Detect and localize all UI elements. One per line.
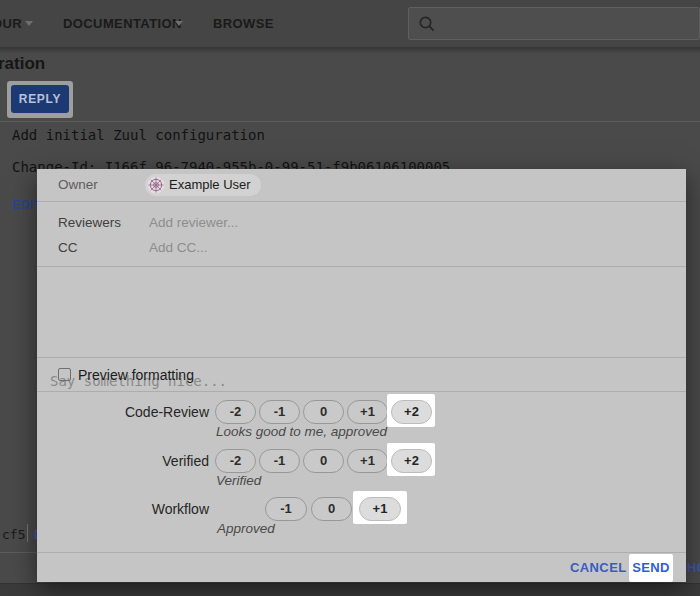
- workflow-minus1-button[interactable]: -1: [265, 497, 307, 521]
- chevron-down-icon: [175, 21, 183, 26]
- verified-plus2-button[interactable]: +2: [391, 449, 432, 473]
- score-description: Verified: [216, 473, 261, 488]
- owner-chip[interactable]: Example User: [145, 174, 261, 196]
- code-review-minus1-button[interactable]: -1: [259, 400, 300, 424]
- top-nav-bar: YOUR DOCUMENTATION BROWSE: [0, 0, 700, 47]
- chevron-down-icon: [25, 21, 33, 26]
- search-input[interactable]: [408, 7, 700, 40]
- preview-formatting-checkbox[interactable]: [58, 368, 71, 381]
- commit-message: Add initial Zuul configuration: [12, 127, 265, 143]
- page-footer-bar: [0, 583, 700, 596]
- divider: [37, 391, 686, 392]
- bottom-right-link-fragment[interactable]: HO: [687, 560, 700, 575]
- workflow-zero-button[interactable]: 0: [311, 497, 352, 521]
- reply-button[interactable]: REPLY: [11, 85, 69, 113]
- cc-label: CC: [58, 240, 78, 255]
- code-review-plus2-button[interactable]: +2: [391, 400, 432, 424]
- nav-item-documentation[interactable]: DOCUMENTATION: [63, 16, 182, 31]
- commit-sha-fragment: cf5: [2, 527, 25, 542]
- identicon-avatar-icon: [147, 176, 165, 194]
- divider: [37, 552, 686, 553]
- code-review-zero-button[interactable]: 0: [303, 400, 344, 424]
- preview-formatting-label: Preview formatting: [78, 367, 194, 383]
- send-button-spotlight: SEND: [629, 554, 673, 582]
- screen: YOUR DOCUMENTATION BROWSE ration REPLY A…: [0, 0, 700, 596]
- score-description: Approved: [217, 521, 275, 536]
- change-title-fragment: ration: [0, 54, 45, 74]
- reviewers-label: Reviewers: [58, 215, 121, 230]
- workflow-plus1-spotlight: +1: [353, 491, 407, 524]
- score-label-workflow: Workflow: [37, 501, 209, 517]
- reply-dialog: Owner Example User Reviewers Add review: [37, 169, 686, 582]
- nav-item-your[interactable]: YOUR: [0, 16, 22, 31]
- verified-plus2-spotlight: +2: [387, 443, 435, 476]
- search-icon: [418, 15, 436, 37]
- reply-button-spotlight: REPLY: [7, 81, 73, 118]
- comment-textarea[interactable]: Say something nice...: [37, 267, 686, 357]
- verified-plus1-button[interactable]: +1: [347, 449, 388, 473]
- verified-minus2-button[interactable]: -2: [215, 449, 256, 473]
- add-cc-input[interactable]: Add CC...: [149, 240, 208, 255]
- code-review-minus2-button[interactable]: -2: [215, 400, 256, 424]
- divider: [37, 357, 686, 358]
- cancel-button[interactable]: CANCEL: [570, 560, 627, 575]
- divider: [0, 121, 700, 122]
- nav-item-browse[interactable]: BROWSE: [213, 16, 274, 31]
- verified-zero-button[interactable]: 0: [303, 449, 344, 473]
- score-description: Looks good to me, approved: [216, 424, 387, 439]
- code-review-plus1-button[interactable]: +1: [347, 400, 388, 424]
- owner-label: Owner: [58, 177, 98, 192]
- code-review-plus2-spotlight: +2: [387, 394, 435, 427]
- divider: [0, 552, 37, 553]
- divider: [27, 524, 28, 542]
- score-label-verified: Verified: [37, 453, 209, 469]
- owner-name: Example User: [169, 177, 251, 192]
- add-reviewer-input[interactable]: Add reviewer...: [149, 215, 238, 230]
- send-button[interactable]: SEND: [629, 554, 673, 582]
- score-label-code-review: Code-Review: [37, 404, 209, 420]
- workflow-plus1-button[interactable]: +1: [359, 497, 401, 521]
- verified-minus1-button[interactable]: -1: [259, 449, 300, 473]
- divider: [37, 201, 686, 202]
- header-shadow: [0, 47, 700, 54]
